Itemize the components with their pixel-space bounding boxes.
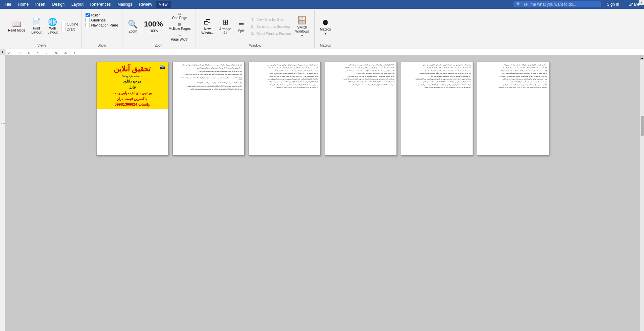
new-window-button[interactable]: 🗗 NewWindow	[199, 16, 216, 37]
menu-mailings[interactable]: Mailings	[114, 1, 136, 8]
outline-checkbox[interactable]	[61, 22, 65, 26]
zoom-button[interactable]: 🔍 Zoom	[125, 18, 141, 35]
multiple-pages-button[interactable]: ⊟ Multiple Pages	[167, 21, 193, 32]
print-layout-button[interactable]: 📄 PrintLayout	[29, 17, 44, 36]
ad-filetype-label: فایل	[128, 85, 136, 90]
sync-scrolling-button[interactable]: ⇅ Synchronous Scrolling	[249, 23, 292, 30]
ad-title: تحقیق آنلاین	[114, 65, 151, 73]
document-scroll-area[interactable]: 📷 تحقیق آنلاین Tahghighonline.ir مرجع دا…	[5, 55, 640, 331]
switch-windows-button[interactable]: 🪟 SwitchWindows ▼	[292, 15, 312, 39]
menu-design[interactable]: Design	[49, 1, 68, 8]
ruler-mark: 5·	[55, 52, 58, 55]
web-layout-label: WebLayout	[48, 26, 58, 35]
window-items: ◫ View Side by Side ⇅ Synchronous Scroll…	[249, 15, 292, 38]
ribbon-group-views: 📖 Read Mode 📄 PrintLayout 🌐 WebLayout Ou…	[3, 10, 82, 48]
sign-in-button[interactable]: Sign in	[603, 1, 623, 8]
zoom-icon: 🔍	[128, 19, 138, 29]
views-buttons: 📖 Read Mode 📄 PrintLayout 🌐 WebLayout Ou…	[5, 10, 78, 43]
web-layout-button[interactable]: 🌐 WebLayout	[45, 17, 60, 36]
menu-home[interactable]: Home	[14, 1, 32, 8]
menu-file[interactable]: File	[1, 1, 14, 8]
horizontal-ruler: |·1· 1· 2· 3· 4· 5· 6· 7	[6, 49, 644, 55]
ruler-corner-button[interactable]: L	[0, 49, 6, 55]
page-thumbnail-5[interactable]: وینبغی لطالب العلم أن یجتهد فی تحصیل الف…	[401, 62, 473, 156]
switch-windows-dropdown-icon: ▼	[301, 34, 304, 37]
nav-pane-check[interactable]: Navigation Pane	[86, 23, 118, 27]
ruler-mark: 3·	[37, 52, 39, 55]
nav-pane-label: Navigation Pane	[91, 23, 118, 27]
macros-buttons: ⏺ Macros ▼	[317, 10, 334, 43]
outline-check[interactable]: Outline	[61, 22, 78, 26]
window-group-label: Window	[249, 43, 261, 48]
scrollbar-thumb[interactable]	[641, 116, 644, 136]
gridlines-checkbox[interactable]	[86, 18, 90, 22]
ad-pricing: با کمترین قیمت بازار	[117, 97, 147, 101]
menubar-right: 🔍 Sign in Share	[514, 1, 643, 8]
search-input[interactable]	[523, 2, 590, 7]
switch-windows-label: SwitchWindows	[295, 25, 309, 34]
ribbon-content: 📖 Read Mode 📄 PrintLayout 🌐 WebLayout Ou…	[1, 9, 643, 49]
pages-container: 📷 تحقیق آنلاین Tahghighonline.ir مرجع دا…	[96, 62, 549, 156]
ad-banner: 📷 تحقیق آنلاین Tahghighonline.ir مرجع دا…	[97, 62, 168, 109]
read-mode-button[interactable]: 📖 Read Mode	[5, 19, 28, 34]
ruler-area: L |·1· 1· 2· 3· 4· 5· 6· 7 ∧	[0, 49, 644, 55]
macros-icon: ⏺	[322, 18, 329, 27]
ruler-checkbox[interactable]	[86, 13, 90, 17]
one-page-button[interactable]: □ One Page	[167, 11, 193, 21]
window-buttons: 🗗 NewWindow ⊞ ArrangeAll ━ Split ◫ View …	[199, 10, 312, 43]
draft-checkbox[interactable]	[61, 27, 65, 31]
scroll-up-button[interactable]: ▲	[640, 55, 644, 60]
read-mode-icon: 📖	[12, 20, 21, 28]
ruler-check[interactable]: Ruler	[86, 13, 118, 17]
print-layout-label: PrintLayout	[32, 26, 42, 35]
show-checks: Ruler Gridlines Navigation Pane	[84, 10, 120, 30]
page-width-button[interactable]: ↔ Page Width	[167, 32, 193, 42]
ruler-mark: 2·	[28, 52, 30, 55]
outline-label: Outline	[67, 22, 78, 26]
page-1-content: 📷 تحقیق آنلاین Tahghighonline.ir مرجع دا…	[97, 62, 168, 109]
vertical-scrollbar[interactable]: ▲ ▼	[640, 55, 644, 331]
reset-window-icon: ⧉	[250, 31, 255, 36]
view-side-by-side-button[interactable]: ◫ View Side by Side	[249, 16, 292, 22]
macros-button[interactable]: ⏺ Macros ▼	[317, 17, 334, 37]
gridlines-check[interactable]: Gridlines	[86, 18, 118, 22]
page-thumbnail-1[interactable]: 📷 تحقیق آنلاین Tahghighonline.ir مرجع دا…	[96, 62, 168, 156]
draft-check[interactable]: Draft	[61, 27, 78, 31]
search-bar[interactable]: 🔍	[514, 1, 601, 7]
reset-window-label: Reset Window Position	[256, 32, 291, 36]
zoom-100-label: 100%	[149, 29, 158, 33]
zoom-100-button[interactable]: 100% 100%	[141, 18, 165, 35]
page-thumbnail-3[interactable]: وقد قال صلی الله علیه وسلم یسروا ولا تعس…	[249, 62, 321, 156]
search-icon: 🔍	[516, 2, 521, 7]
page-thumbnail-6[interactable]: فمما یعین علی طلب العلم الصبر علی مشاق ا…	[477, 62, 549, 156]
menu-review[interactable]: Review	[136, 1, 155, 8]
page-thumbnail-4[interactable]: فأماما یتعلق بالطالب فمنها أن یبدأ بتصحی…	[325, 62, 397, 156]
ruler-mark: 4·	[46, 52, 49, 55]
ad-subtitle: مرجع دانلود	[123, 79, 141, 84]
ruler-mark: 6·	[64, 52, 67, 55]
instagram-icon: 📷	[160, 64, 165, 69]
ad-formats: ورد-پی دی اف - پاورپوینت	[113, 91, 152, 95]
macros-dropdown-icon: ▼	[324, 32, 327, 35]
arrange-all-button[interactable]: ⊞ ArrangeAll	[217, 16, 234, 37]
arrange-all-label: ArrangeAll	[219, 27, 231, 35]
new-window-label: NewWindow	[201, 27, 213, 35]
reset-window-button[interactable]: ⧉ Reset Window Position	[249, 31, 292, 37]
split-icon: ━	[239, 20, 244, 29]
ribbon-collapse-button[interactable]: ∧	[639, 0, 644, 5]
menu-insert[interactable]: Insert	[32, 1, 49, 8]
ruler-mark: |·1·	[7, 52, 11, 55]
scrollbar-track[interactable]	[640, 60, 644, 331]
arrange-all-icon: ⊞	[222, 18, 228, 26]
draft-label: Draft	[67, 27, 75, 31]
left-margin: 12345678	[0, 55, 5, 331]
menu-view[interactable]: View	[156, 1, 171, 8]
ad-phone: واتساپ 09981366624	[115, 102, 150, 107]
page-thumbnail-2[interactable]: فال عال عنهم إن کان رسول الله صلی الله ع…	[172, 62, 245, 156]
gridlines-label: Gridlines	[91, 18, 106, 22]
menu-references[interactable]: References	[87, 1, 114, 8]
nav-pane-checkbox[interactable]	[86, 23, 90, 27]
menu-layout[interactable]: Layout	[68, 1, 87, 8]
split-button[interactable]: ━ Split	[234, 18, 248, 35]
view-side-by-side-icon: ◫	[250, 17, 255, 22]
